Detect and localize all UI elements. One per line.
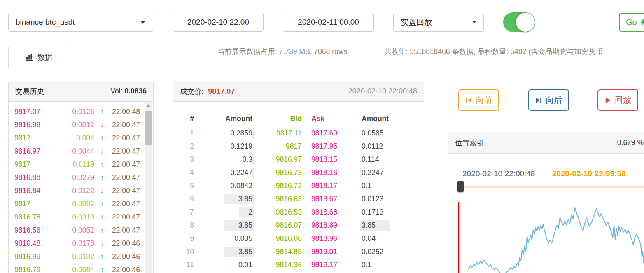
status-collection: 共收集: 5518818466 条数据, 品种数量: 5482 (含商品期货与加… xyxy=(384,47,603,56)
trade-price: 9817 xyxy=(9,160,55,169)
trade-direction-icon: ↓ xyxy=(94,121,110,129)
book-rows: 1 0.2859 9817.11 9817.69 0.0585 2 0.1219… xyxy=(173,126,424,271)
book-row-index: 4 xyxy=(173,168,194,177)
step-backward-button[interactable]: 向前 xyxy=(458,89,499,111)
vol-label: Vol: xyxy=(110,87,122,95)
position-index-header: 位置索引 0.679 % xyxy=(448,132,644,154)
tab-data-label: 数据 xyxy=(37,52,52,62)
replay-toggle[interactable] xyxy=(503,12,535,32)
step-forward-button[interactable]: 向后 xyxy=(528,89,569,111)
bid-price: 9816.97 xyxy=(252,155,302,164)
ask-price: 9819.01 xyxy=(311,247,361,256)
bid-amount: 0.1219 xyxy=(230,142,252,150)
order-book-panel: 成交价: 9817.07 2020-02-10 22:00:48 # Amoun… xyxy=(173,81,424,273)
order-book-table: # Amount Bid Ask Amount 1 0.2859 9817.11… xyxy=(173,102,424,271)
trade-direction-icon: ↓ xyxy=(94,147,110,156)
mode-select-value: 实盘回放 xyxy=(401,17,432,28)
ask-amount: 0.0123 xyxy=(362,195,384,203)
book-row: 3 0.3 9816.97 9818.15 0.114 xyxy=(173,153,424,166)
trade-amount: 0.0119 xyxy=(55,160,94,169)
ask-amount: 0.0252 xyxy=(362,247,384,256)
range-end-time: 2020-02-10 23:59:58 xyxy=(552,169,626,178)
chevron-down-icon xyxy=(472,21,476,23)
trade-history-title: 交易历史 xyxy=(15,86,44,96)
symbol-select-value: binance.btc_usdt xyxy=(16,18,75,27)
bid-price: 9816.07 xyxy=(252,221,302,230)
price-line xyxy=(469,208,644,273)
go-button-label: Go xyxy=(626,18,637,27)
symbol-select[interactable]: binance.btc_usdt xyxy=(8,13,153,32)
step-backward-label: 向前 xyxy=(476,95,492,106)
ask-amount: 0.0112 xyxy=(362,142,383,150)
ask-price: 9818.69 xyxy=(311,221,361,230)
trade-list-scrollbar[interactable] xyxy=(145,102,152,273)
ask-price: 9818.16 xyxy=(311,168,361,177)
ask-amount: 0.2247 xyxy=(362,168,384,177)
trade-price: 9816.97 xyxy=(9,147,55,156)
bid-price: 9816.63 xyxy=(252,195,302,203)
trade-row: 9817 0.004 ↑ 22:00:47 xyxy=(9,131,153,145)
ask-price: 9818.96 xyxy=(311,234,361,243)
last-price: 成交价: 9817.07 xyxy=(180,86,235,96)
last-price-value: 9817.07 xyxy=(208,87,235,96)
trade-direction-icon: ↓ xyxy=(94,239,110,248)
bid-price: 9814.36 xyxy=(252,261,302,269)
trade-row: 9816.97 0.0044 ↓ 22:00:47 xyxy=(9,145,153,158)
go-button[interactable]: Go xyxy=(619,13,644,32)
trade-price: 9816.79 xyxy=(9,266,55,273)
trade-row: 9816.56 0.0052 ↑ 22:00:47 xyxy=(9,224,153,237)
bid-price: 9816.73 xyxy=(252,168,302,177)
book-row-index: 6 xyxy=(173,195,194,203)
position-slider-handle[interactable] xyxy=(457,181,464,192)
ask-amount: 0.114 xyxy=(362,155,379,163)
bid-price: 9816.53 xyxy=(252,208,302,217)
trade-amount: 0.0279 xyxy=(55,173,94,182)
book-row: 10 3.85 9814.85 9819.01 0.0252 xyxy=(173,245,424,258)
ask-price: 9818.17 xyxy=(311,182,361,190)
ask-amount: 3.85 xyxy=(362,221,376,229)
order-book-timestamp: 2020-02-10 22:00:48 xyxy=(348,87,417,96)
status-usage: 当前展示数据占用: 7.739 MB, 7068 rows xyxy=(217,47,347,56)
book-row: 7 2 9816.53 9818.68 0.1713 xyxy=(173,205,424,219)
tabbar-divider xyxy=(0,68,644,68)
bid-price: 9817 xyxy=(252,142,302,151)
book-row-index: 2 xyxy=(173,142,194,151)
end-time-input[interactable] xyxy=(283,13,374,32)
scroll-up-button[interactable] xyxy=(145,102,152,109)
col-index-header: # xyxy=(173,114,194,123)
chevron-down-icon xyxy=(140,21,146,24)
trade-amount: 0.0092 xyxy=(55,200,94,208)
ask-amount: 0.1 xyxy=(362,261,371,269)
ask-price: 9818.67 xyxy=(311,195,361,203)
bid-depth-bar xyxy=(252,168,254,178)
replay-button[interactable]: 回放 xyxy=(597,89,638,111)
mode-select[interactable]: 实盘回放 xyxy=(393,13,484,32)
bid-amount: 0.2859 xyxy=(230,129,252,137)
col-bid-header: Bid xyxy=(252,114,302,123)
book-row-index: 7 xyxy=(173,208,194,217)
trade-row: 9816.99 0.0102 ↑ 22:00:46 xyxy=(9,250,153,263)
position-slider-track[interactable] xyxy=(457,186,644,188)
col-bid-amount-header: Amount xyxy=(194,114,252,123)
bid-amount: 3.85 xyxy=(238,195,252,203)
trade-row: 9817.07 0.0126 ↑ 22:00:48 xyxy=(9,105,153,118)
trade-row: 9816.78 0.0319 ↑ 22:00:47 xyxy=(9,210,153,224)
trade-price: 9816.99 xyxy=(9,252,55,261)
bid-price: 9814.85 xyxy=(252,247,302,256)
trade-amount: 0.0126 xyxy=(55,107,94,116)
book-row: 9 0.035 9816.06 9818.96 0.04 xyxy=(173,232,424,245)
bid-amount: 0.01 xyxy=(238,261,252,269)
book-row: 8 3.85 9816.07 9818.69 3.85 xyxy=(173,219,424,232)
tab-data[interactable]: 数据 xyxy=(8,46,70,68)
triangle-up-icon xyxy=(146,104,150,107)
ask-amount: 0.0585 xyxy=(362,129,384,137)
scrollbar-thumb[interactable] xyxy=(145,111,152,145)
start-time-input[interactable] xyxy=(173,13,264,32)
trade-amount: 0.0319 xyxy=(55,213,94,222)
bid-amount: 0.2247 xyxy=(230,168,252,177)
replay-label: 回放 xyxy=(615,95,631,106)
trade-row: 9816.84 0.0122 ↓ 22:00:47 xyxy=(9,184,153,197)
trade-amount: 0.0122 xyxy=(55,187,94,195)
trade-amount: 0.0052 xyxy=(55,226,94,235)
trade-price: 9816.98 xyxy=(9,121,55,129)
